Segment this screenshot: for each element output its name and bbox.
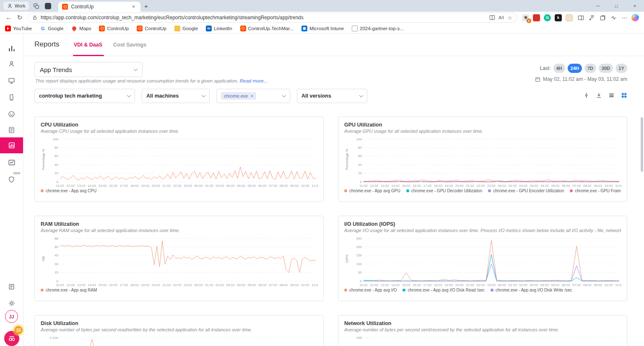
download-icon[interactable] [596, 92, 602, 98]
last-label: Last: [540, 65, 551, 71]
bookmark-google[interactable]: GGoogle [40, 26, 63, 31]
tab-cost-savings[interactable]: Cost Savings [113, 42, 146, 48]
active-tab[interactable]: ControlUp × [58, 2, 140, 12]
versions-filter[interactable]: All versions [297, 89, 367, 103]
sidebar-item-security[interactable]: NEW [0, 172, 23, 187]
date-range[interactable]: May 02, 11:02 am - May 03, 11:02 am [535, 76, 627, 82]
svg-text:15:02: 15:02 [99, 283, 107, 287]
copilot-icon[interactable] [630, 13, 641, 23]
legend-item[interactable]: chrome.exe - App avg I/O Disk Write /sec [491, 288, 572, 292]
legend-item[interactable]: chrome.exe - App avg CPU [41, 188, 96, 193]
notification-badge[interactable]: 15 [14, 326, 23, 334]
legend-item[interactable]: chrome.exe - App avg GPU [344, 188, 400, 193]
close-button[interactable]: × [626, 0, 644, 12]
legend-item[interactable]: chrome.exe - App avg I/O [344, 288, 397, 292]
machines-filter[interactable]: All machines [142, 89, 210, 103]
read-more-link[interactable]: Read more... [240, 78, 267, 83]
chip-close-icon[interactable]: × [250, 93, 253, 98]
tab-vdi-daas[interactable]: VDI & DaaS [74, 42, 102, 48]
split-window-icon[interactable] [575, 13, 586, 23]
sidebar-item-docs[interactable] [0, 279, 23, 294]
report-selector[interactable]: App Trends [34, 62, 143, 77]
legend-item[interactable]: chrome.exe - App avg RAM [41, 288, 97, 292]
legend-item[interactable]: chrome.exe - GPU Encoder Utilization [488, 188, 564, 193]
collections-icon[interactable] [597, 13, 608, 23]
intune-favicon [301, 26, 307, 31]
settings-more-icon[interactable]: ⋯ [619, 13, 630, 23]
svg-text:23:02: 23:02 [487, 283, 496, 287]
favorites-manager-icon[interactable] [586, 13, 597, 23]
scrollbar-thumb[interactable] [641, 117, 643, 172]
svg-text:22:02: 22:02 [477, 283, 486, 287]
axis-settings-icon[interactable] [583, 92, 589, 98]
legend-item[interactable]: chrome.exe - App avg I/O Disk Read /sec [402, 288, 484, 292]
sidebar-item-experience[interactable] [0, 106, 23, 121]
sidebar-item-surveys[interactable] [0, 122, 23, 137]
grid-view-icon[interactable] [621, 92, 627, 98]
grammarly-icon[interactable]: G [544, 14, 551, 21]
svg-text:00:02: 00:02 [498, 283, 506, 287]
svg-text:17:02: 17:02 [423, 283, 432, 287]
sidebar-item-devices[interactable] [0, 90, 23, 105]
sidebar-item-settings[interactable] [0, 296, 23, 311]
bookmark-linkedin[interactable]: inLinkedIn [206, 26, 232, 31]
extension-red-icon[interactable] [533, 14, 540, 21]
range-4h[interactable]: 4H [553, 64, 565, 73]
tab-close-icon[interactable]: × [130, 4, 137, 10]
chart-plot[interactable]: 10080604020011:0212:0213:0214:0215:0216:… [46, 136, 318, 188]
chevron-down-icon [202, 93, 206, 97]
minimize-button[interactable]: ─ [589, 0, 607, 12]
bookmark-controlup-2[interactable]: ControlUp [137, 26, 166, 31]
svg-text:06:02: 06:02 [562, 283, 571, 287]
chart-plot[interactable]: 29220015010050011:0212:0213:0214:0215:02… [349, 235, 622, 288]
legend-item[interactable]: chrome.exe - GPU Decoder Utilization [406, 188, 483, 193]
read-aloud-icon[interactable]: A [499, 15, 504, 20]
maximize-button[interactable]: □ [607, 0, 626, 12]
chart-plot[interactable]: 8860453015011:0212:0213:0214:0215:0216:0… [46, 235, 318, 288]
legend-item[interactable]: chrome.exe - GPU Frame Buffer Utilizatio… [570, 188, 621, 193]
sidebar-item-machines[interactable] [0, 73, 23, 88]
bookmark-intune[interactable]: Microsoft Intune [301, 26, 344, 31]
cookie-icon[interactable] [566, 14, 573, 21]
app-filter-chip[interactable]: chrome.exe × [221, 92, 256, 100]
controlup-favicon [137, 26, 143, 31]
bookmark-youtube[interactable]: YouTube [5, 26, 32, 31]
org-filter[interactable]: controlup tech marketing [34, 89, 135, 103]
report-selector-value: App Trends [40, 66, 72, 73]
sidebar-item-insights[interactable] [0, 155, 23, 170]
range-24h[interactable]: 24H [568, 64, 582, 73]
profile-chip[interactable]: Work [3, 2, 29, 10]
site-info-icon[interactable] [32, 15, 37, 20]
main-content: Reports VDI & DaaS Cost Savings App Tren… [23, 34, 644, 346]
new-tab-button[interactable]: + [140, 0, 151, 11]
bookmark-maps[interactable]: Maps [71, 26, 91, 31]
back-icon[interactable]: ← [3, 13, 14, 23]
bookmark-controlup-1[interactable]: ControlUp [99, 26, 129, 31]
workspaces-icon[interactable] [31, 1, 41, 10]
list-view-icon[interactable] [608, 92, 615, 98]
address-bar[interactable]: https://app.controlup.com/controlup_tech… [28, 13, 517, 23]
range-30d[interactable]: 30D [599, 64, 613, 73]
split-screen-icon[interactable] [489, 15, 495, 21]
controlup-favicon [99, 26, 105, 31]
range-1y[interactable]: 1Y [615, 64, 627, 73]
refresh-icon[interactable]: ↻ [14, 13, 25, 23]
bookmark-google-folder[interactable]: Google [174, 26, 198, 31]
chart-plot[interactable]: 10080604020011:0212:0213:0214:0215:0216:… [349, 136, 622, 188]
range-7d[interactable]: 7D [584, 64, 596, 73]
user-avatar[interactable]: JJ [5, 310, 18, 323]
sidebar-item-users[interactable] [0, 56, 23, 71]
bookmark-controlup-techmar[interactable]: ControlUp-TechMar... [240, 26, 294, 31]
chart-plot[interactable]: 2.91K11:0212:0213:0214:0215:0216:0217:02… [46, 334, 318, 346]
bookmark-gartner[interactable]: 2024-gartner-top-s... [352, 26, 404, 31]
sidebar-item-analytics[interactable] [0, 41, 23, 56]
url-text[interactable]: https://app.controlup.com/controlup_tech… [41, 15, 486, 21]
application-filter[interactable]: chrome.exe × [216, 89, 290, 103]
chart-plot[interactable]: 16511:0212:0213:0214:0215:0216:0217:0218… [349, 334, 622, 346]
extension-adblock-icon[interactable]: 2 [522, 14, 529, 21]
sidebar-item-reports[interactable] [0, 137, 23, 153]
keeper-icon[interactable]: k [555, 14, 562, 21]
browser-app-icon[interactable] [43, 1, 52, 10]
favorite-star-icon[interactable]: ☆ [507, 15, 512, 21]
browser-essentials-icon[interactable] [608, 13, 619, 23]
